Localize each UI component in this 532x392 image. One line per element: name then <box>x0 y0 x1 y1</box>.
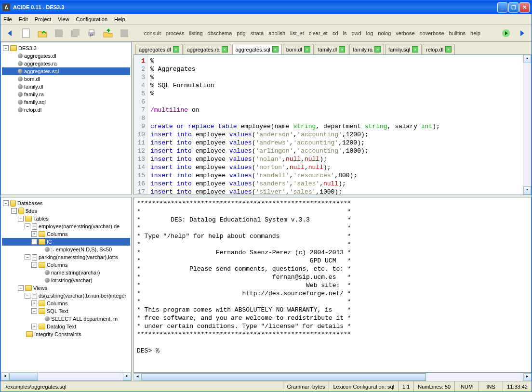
menu-edit[interactable]: Edit <box>19 16 28 22</box>
db-root[interactable]: −Databases <box>2 199 130 207</box>
menu-file[interactable]: File <box>3 16 12 22</box>
columns-node[interactable]: +Columns <box>2 230 130 238</box>
cmd-dbschema[interactable]: dbschema <box>208 30 232 36</box>
column-item[interactable]: lot:string(varchar) <box>2 276 130 284</box>
forward-button[interactable] <box>516 27 529 39</box>
status-lexicon: Lexicon Configuration: sql <box>329 381 398 392</box>
cmd-listing[interactable]: listing <box>189 30 202 36</box>
file-item[interactable]: bom.dl <box>2 75 130 83</box>
file-item[interactable]: aggregates.dl <box>2 52 130 60</box>
minimize-button[interactable]: _ <box>497 2 507 13</box>
table-node[interactable]: −parking(name:string(varchar),lot:s <box>2 253 130 261</box>
tab[interactable]: bom.dl× <box>283 44 314 54</box>
app-icon: A <box>2 3 10 11</box>
tab[interactable]: aggregates.dl× <box>135 44 183 54</box>
svg-text:P: P <box>90 33 93 38</box>
close-icon[interactable]: × <box>374 46 381 52</box>
file-item[interactable]: family.sql <box>2 98 130 106</box>
cmd-verbose[interactable]: verbose <box>396 30 414 36</box>
cmd-cd[interactable]: cd <box>332 30 338 36</box>
tab[interactable]: family.ra× <box>349 44 384 54</box>
scroll-up-icon[interactable]: ▴ <box>523 55 531 63</box>
database-tree-pane[interactable]: −Databases −$des −Tables −employee(name:… <box>0 197 132 381</box>
run-button[interactable] <box>500 27 512 39</box>
status-ins: INS <box>479 381 503 392</box>
cmd-abolish[interactable]: abolish <box>268 30 285 36</box>
columns-node[interactable]: −Columns <box>2 261 130 269</box>
columns-node[interactable]: +Columns <box>2 300 130 307</box>
code-area[interactable]: % % Aggregates % % SQL Formulation % /mu… <box>147 55 523 195</box>
tab[interactable]: relop.dl× <box>423 44 455 54</box>
db-node[interactable]: −$des <box>2 207 130 215</box>
close-icon[interactable]: × <box>173 46 179 52</box>
save-button[interactable] <box>53 27 65 39</box>
cmd-log[interactable]: log <box>366 30 373 36</box>
print-button[interactable]: P <box>85 27 98 39</box>
editor-tabs: aggregates.dl× aggregates.ra× aggregates… <box>133 42 532 54</box>
column-item[interactable]: name:string(varchar) <box>2 269 130 276</box>
cmd-nolog[interactable]: nolog <box>378 30 391 36</box>
close-icon[interactable]: × <box>304 46 310 52</box>
cmd-noverbose[interactable]: noverbose <box>419 30 444 36</box>
ic-rule[interactable]: :- employee(N,D,S), S<50 <box>2 246 130 253</box>
tab[interactable]: aggregates.ra× <box>184 44 231 54</box>
file-item[interactable]: family.ra <box>2 91 130 98</box>
open-folder-button[interactable] <box>36 27 49 39</box>
menu-project[interactable]: Project <box>35 16 51 22</box>
ic-top-node[interactable]: Integrity Constraints <box>2 330 130 338</box>
console-output[interactable]: ****************************************… <box>133 197 532 373</box>
status-grammar: Grammar: bytes <box>283 381 329 392</box>
cmd-consult[interactable]: consult <box>144 30 161 36</box>
file-item-selected[interactable]: aggregates.sql <box>2 67 130 75</box>
cmd-builtins[interactable]: builtins <box>449 30 466 36</box>
menu-help[interactable]: Help <box>114 16 125 22</box>
cmd-pwd[interactable]: pwd <box>351 30 361 36</box>
new-file-button[interactable] <box>20 27 32 39</box>
close-button[interactable]: ✕ <box>519 2 530 13</box>
cmd-clear_et[interactable]: clear_et <box>309 30 328 36</box>
cmd-strata[interactable]: strata <box>251 30 264 36</box>
status-numlines: NumLines: 50 <box>413 381 454 392</box>
menu-view[interactable]: View <box>58 16 69 22</box>
cmd-help[interactable]: help <box>470 30 480 36</box>
tab-active[interactable]: aggregates.sql× <box>232 44 282 54</box>
close-icon[interactable]: × <box>445 46 452 52</box>
project-tree-pane[interactable]: −DES3.3 aggregates.dl aggregates.ra aggr… <box>0 42 132 195</box>
menu-configuration[interactable]: Configuration <box>76 16 107 22</box>
view-node[interactable]: −ds(a:string(varchar),b:number(integer <box>2 292 130 300</box>
save-all-button[interactable] <box>69 27 81 39</box>
code-editor[interactable]: 1234567891011121314151617 % % Aggregates… <box>133 54 532 195</box>
scroll-down-icon[interactable]: ▾ <box>523 186 531 195</box>
export-button[interactable] <box>102 27 114 39</box>
tab[interactable]: family.sql× <box>385 44 422 54</box>
cmd-pdg[interactable]: pdg <box>237 30 245 36</box>
status-position: 1:1 <box>398 381 413 392</box>
table-node[interactable]: −employee(name:string(varchar),de <box>2 222 130 230</box>
vertical-scrollbar[interactable]: ▴ ▾ <box>523 55 531 195</box>
close-icon[interactable]: × <box>222 46 228 52</box>
sqltext-node[interactable]: −SQL Text <box>2 307 130 315</box>
back-button[interactable] <box>3 27 16 39</box>
file-item[interactable]: aggregates.ra <box>2 60 130 67</box>
tables-node[interactable]: −Tables <box>2 215 130 222</box>
ic-node-selected[interactable]: −IC <box>2 238 130 246</box>
status-time: 11:33:42 <box>503 381 532 392</box>
close-icon[interactable]: × <box>272 46 279 52</box>
tab[interactable]: family.dl× <box>315 44 349 54</box>
cmd-list_et[interactable]: list_et <box>290 30 304 36</box>
file-item[interactable]: relop.dl <box>2 106 130 114</box>
close-icon[interactable]: × <box>339 46 345 52</box>
close-icon[interactable]: × <box>412 46 418 52</box>
views-node[interactable]: −Views <box>2 284 130 292</box>
horizontal-scrollbar[interactable]: ◂▸ <box>1 372 131 380</box>
svg-rect-7 <box>120 29 128 37</box>
cmd-process[interactable]: process <box>166 30 185 36</box>
status-path: .\examples\aggregates.sql <box>0 384 283 390</box>
sqltext-item[interactable]: SELECT ALL department, m <box>2 315 130 323</box>
datalog-node[interactable]: +Datalog Text <box>2 323 130 330</box>
horizontal-scrollbar[interactable]: ◂▸ <box>133 373 532 381</box>
maximize-button[interactable]: ☐ <box>508 2 519 13</box>
file-item[interactable]: family.dl <box>2 83 130 91</box>
cmd-ls[interactable]: ls <box>343 30 347 36</box>
project-root[interactable]: −DES3.3 <box>2 44 130 52</box>
